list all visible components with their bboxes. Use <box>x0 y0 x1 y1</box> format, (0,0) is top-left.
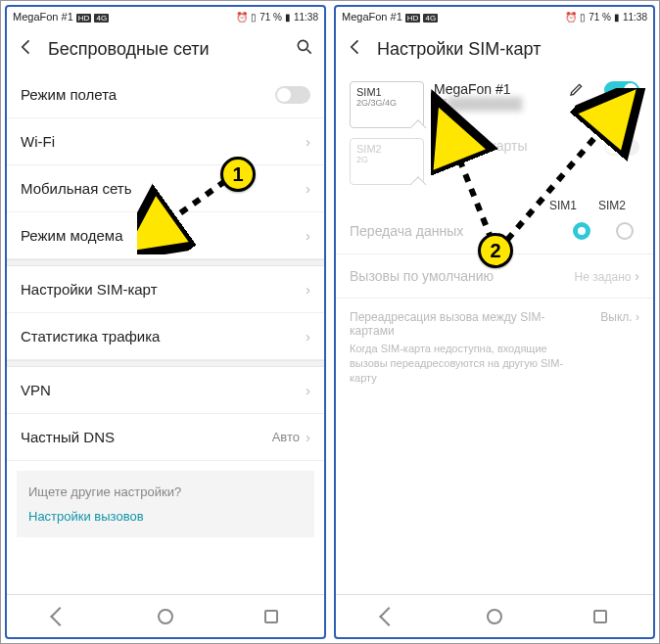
row-value: Не задано <box>575 270 632 284</box>
sim-content: SIM1 2G/3G/4G MegaFon #1 +7█████████ SIM… <box>336 71 653 594</box>
title-bar: Настройки SIM-карт <box>336 26 653 71</box>
sim2-info: Нет SIM-карты <box>434 138 594 154</box>
chevron-right-icon: › <box>306 133 310 150</box>
carrier-label: MegaFon #1 <box>342 11 402 23</box>
sim1-name: MegaFon #1 <box>434 81 559 97</box>
sim-column-headers: SIM1 SIM2 <box>336 195 653 212</box>
row-label: Статистика трафика <box>21 328 306 345</box>
data-sim1-radio[interactable] <box>573 222 590 240</box>
row-label: Wi-Fi <box>21 133 306 150</box>
battery-pct: 71 % <box>259 12 282 23</box>
status-bar: MegaFon #1 HD 4G ⏰ ▯ 71 % ▮ 11:38 <box>7 7 324 26</box>
row-label: Режим полета <box>21 86 275 103</box>
chevron-right-icon: › <box>306 180 310 197</box>
navigation-bar <box>336 594 653 637</box>
chevron-right-icon: › <box>306 429 310 445</box>
row-value: Выкл. <box>600 310 632 324</box>
nav-recent-icon[interactable] <box>264 610 278 623</box>
chevron-right-icon: › <box>306 281 310 298</box>
data-sim2-radio[interactable] <box>616 222 634 240</box>
row-label: Мобильная сеть <box>21 180 306 197</box>
row-label: Настройки SIM-карт <box>21 281 306 298</box>
alarm-icon: ⏰ <box>565 12 577 23</box>
vibrate-icon: ▯ <box>251 12 257 23</box>
sim1-row[interactable]: SIM1 2G/3G/4G MegaFon #1 +7█████████ <box>336 71 653 138</box>
lte-badge: 4G <box>94 14 109 23</box>
row-airplane-mode[interactable]: Режим полета <box>7 71 324 118</box>
lte-badge: 4G <box>423 14 438 23</box>
chevron-right-icon: › <box>306 227 310 244</box>
row-label: Частный DNS <box>21 429 272 445</box>
col-sim1: SIM1 <box>549 199 577 212</box>
annotation-badge-2: 2 <box>478 233 513 268</box>
sim1-card: SIM1 2G/3G/4G <box>350 81 424 128</box>
battery-icon: ▮ <box>614 12 620 23</box>
chevron-right-icon: › <box>306 382 310 398</box>
section-divider <box>7 259 324 266</box>
row-label: Передача данных <box>350 223 463 239</box>
back-icon[interactable] <box>17 37 36 61</box>
alarm-icon: ⏰ <box>236 12 248 23</box>
title-bar: Беспроводные сети <box>7 26 324 71</box>
sim2-tech: 2G <box>356 155 417 164</box>
clock: 11:38 <box>623 12 647 23</box>
col-sim2: SIM2 <box>598 199 626 212</box>
row-sim-settings[interactable]: Настройки SIM-карт › <box>7 266 324 313</box>
carrier-label: MegaFon #1 <box>13 11 73 23</box>
row-private-dns[interactable]: Частный DNS Авто › <box>7 414 324 461</box>
page-title: Беспроводные сети <box>48 39 283 60</box>
sim1-toggle[interactable] <box>604 81 639 99</box>
phone-wireless-settings: MegaFon #1 HD 4G ⏰ ▯ 71 % ▮ 11:38 Беспро… <box>5 5 326 639</box>
chevron-right-icon: › <box>635 268 639 284</box>
airplane-toggle[interactable] <box>275 86 310 104</box>
section-divider <box>7 360 324 367</box>
sim1-info: MegaFon #1 +7█████████ <box>434 81 559 111</box>
clock: 11:38 <box>294 12 318 23</box>
tip-box: Ищете другие настройки? Настройки вызово… <box>17 471 314 537</box>
hd-badge: HD <box>405 14 421 23</box>
nav-recent-icon[interactable] <box>593 610 607 623</box>
row-mobile-network[interactable]: Мобильная сеть › <box>7 165 324 212</box>
sim2-toggle <box>604 138 639 156</box>
hd-badge: HD <box>76 14 92 23</box>
battery-pct: 71 % <box>589 12 611 23</box>
page-title: Настройки SIM-карт <box>377 39 643 60</box>
row-call-forwarding[interactable]: Переадресация вызова между SIM-картами К… <box>336 299 653 397</box>
row-label: VPN <box>21 382 306 398</box>
sim2-row: SIM2 2G Нет SIM-карты <box>336 138 653 195</box>
row-traffic[interactable]: Статистика трафика › <box>7 313 324 360</box>
status-bar: MegaFon #1 HD 4G ⏰ ▯ 71 % ▮ 11:38 <box>336 7 653 26</box>
row-description: Когда SIM-карта недоступна, входящие выз… <box>350 342 585 386</box>
search-icon[interactable] <box>295 37 314 61</box>
tip-link-call-settings[interactable]: Настройки вызовов <box>28 509 303 524</box>
annotation-badge-1: 1 <box>220 157 256 192</box>
nav-back-icon[interactable] <box>379 607 399 626</box>
back-icon[interactable] <box>346 37 365 61</box>
row-wifi[interactable]: Wi-Fi › <box>7 118 324 165</box>
nav-back-icon[interactable] <box>50 607 70 626</box>
sim1-number: +7█████████ <box>434 97 559 111</box>
vibrate-icon: ▯ <box>580 12 586 23</box>
sim2-name: Нет SIM-карты <box>434 138 594 154</box>
row-tethering[interactable]: Режим модема › <box>7 212 324 259</box>
edit-icon[interactable] <box>569 81 585 101</box>
row-value: Авто <box>272 430 300 444</box>
row-label: Режим модема <box>21 227 306 244</box>
svg-point-0 <box>298 40 307 50</box>
sim2-slot: SIM2 <box>356 143 417 155</box>
sim1-slot: SIM1 <box>356 86 417 98</box>
chevron-right-icon: › <box>306 328 310 345</box>
row-label: Вызовы по умолчанию <box>350 268 494 284</box>
chevron-right-icon: › <box>636 310 639 324</box>
sim1-tech: 2G/3G/4G <box>356 98 417 108</box>
nav-home-icon[interactable] <box>158 609 173 624</box>
row-vpn[interactable]: VPN › <box>7 367 324 414</box>
phone-sim-settings: MegaFon #1 HD 4G ⏰ ▯ 71 % ▮ 11:38 Настро… <box>334 5 655 639</box>
sim2-card: SIM2 2G <box>350 138 424 185</box>
battery-icon: ▮ <box>285 12 291 23</box>
settings-list: Режим полета Wi-Fi › Мобильная сеть › Ре… <box>7 71 324 594</box>
row-label: Переадресация вызова между SIM-картами <box>350 310 585 338</box>
navigation-bar <box>7 594 324 637</box>
tip-question: Ищете другие настройки? <box>28 484 303 499</box>
nav-home-icon[interactable] <box>487 609 502 624</box>
